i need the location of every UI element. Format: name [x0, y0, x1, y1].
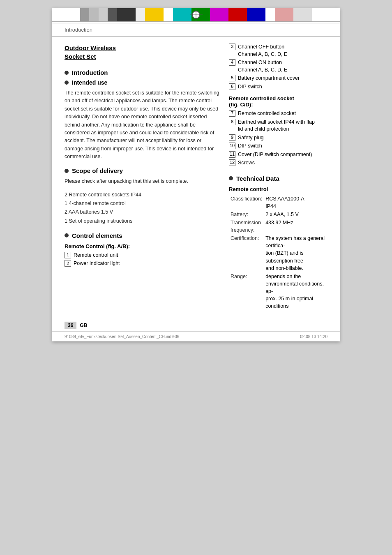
list-item: 1 4-channel remote control: [65, 199, 221, 208]
bullet-icon-5: [229, 176, 233, 180]
right-item-label-3: Channel OFF button: [238, 44, 287, 51]
tech-label-range: Range:: [229, 272, 264, 311]
num-box-9: 9: [229, 134, 235, 141]
right-item-label-11: Cover (DIP switch compartment): [238, 151, 312, 159]
tech-label-certification: Certification:: [229, 234, 264, 272]
num-box-8: 8: [229, 119, 235, 125]
control-item-2: 2 Power indicator light: [65, 260, 221, 267]
scope-body: Please check after unpacking that this s…: [65, 177, 221, 185]
right-item-8: 8 Earthed wall socket IP44 with flap lid…: [229, 119, 327, 133]
main-content: Outdoor WirelessSocket Set Introduction …: [52, 37, 340, 318]
bottom-bar-right: 02.08.13 14:20: [300, 334, 327, 339]
right-item-6: 6 DIP switch: [229, 83, 327, 91]
bullet-icon-4: [65, 233, 69, 237]
right-item-4: 4 Channel ON button Channel A, B, C, D, …: [229, 59, 327, 74]
right-control-items: 3 Channel OFF button Channel A, B, C, D,…: [229, 44, 327, 90]
technical-data-heading-text: Technical Data: [236, 175, 279, 182]
num-box-4: 4: [229, 59, 235, 66]
introduction-heading: Introduction: [65, 69, 221, 76]
control-item-label-1: Remote control unit: [74, 252, 118, 259]
left-column: Outdoor WirelessSocket Set Introduction …: [65, 44, 221, 310]
bottom-bar: 91089_silv_Funksteckdosen-Set_Aussen_Con…: [52, 332, 340, 341]
right-item-label-4: Channel ON button: [238, 59, 287, 67]
bullet-icon-3: [65, 169, 69, 173]
right-item-3: 3 Channel OFF button Channel A, B, C, D,…: [229, 44, 327, 58]
tech-value-classification: RCS AAA1000-AIP44: [264, 195, 327, 210]
right-item-label-8: Earthed wall socket IP44 with flap: [238, 119, 315, 126]
scope-heading-text: Scope of delivery: [72, 167, 123, 174]
tech-label-classification: Classification:: [229, 195, 264, 210]
remote-control-sub-heading: Remote Control (fig. A/B):: [65, 243, 221, 249]
num-box-10: 10: [229, 143, 235, 149]
table-row: Transmissionfrequency: 433.92 MHz: [229, 219, 327, 234]
right-item-label-6: DIP switch: [238, 83, 262, 91]
right-item-7: 7 Remote controlled socket: [229, 110, 327, 117]
introduction-body: The remote controlled socket set is suit…: [65, 89, 221, 161]
right-item-11: 11 Cover (DIP switch compartment): [229, 151, 327, 159]
bottom-bar-left: 91089_silv_Funksteckdosen-Set_Aussen_Con…: [65, 334, 179, 339]
page-language-label: GB: [80, 322, 87, 328]
tech-label-battery: Battery:: [229, 210, 264, 219]
num-box-12: 12: [229, 159, 235, 166]
tech-value-certification: The system has a general certifica-tion …: [264, 234, 327, 272]
document-page: Introduction Outdoor WirelessSocket Set …: [52, 8, 340, 341]
right-item-label-10: DIP switch: [238, 143, 262, 150]
table-row: Classification: RCS AAA1000-AIP44: [229, 195, 327, 210]
control-elements-heading-text: Control elements: [72, 232, 122, 239]
table-row: Range: depends on the environmental cond…: [229, 272, 327, 311]
technical-data-heading: Technical Data: [229, 175, 327, 182]
control-elements-heading: Control elements: [65, 232, 221, 239]
delivery-list: 2 Remote controlled sockets IP44 1 4-cha…: [65, 191, 221, 226]
bullet-icon-2: [65, 81, 69, 85]
tech-value-range: depends on the environmental conditions,…: [264, 272, 327, 311]
intended-use-text: Intended use: [72, 79, 107, 86]
breadcrumb: Introduction: [52, 23, 340, 37]
scope-heading: Scope of delivery: [65, 167, 221, 174]
control-item-label-2: Power indicator light: [74, 260, 120, 267]
product-title: Outdoor WirelessSocket Set: [65, 44, 221, 61]
page-footer: 36 GB: [52, 318, 340, 332]
right-item-12: 12 Screws: [229, 159, 327, 167]
right-item-sub-3: Channel A, B, C, D, E: [238, 51, 287, 58]
num-box-7: 7: [229, 110, 235, 117]
list-item: 1 Set of operating instructions: [65, 217, 221, 226]
num-box-1: 1: [65, 252, 71, 258]
top-bar-wrapper: [52, 8, 340, 21]
num-box-5: 5: [229, 75, 235, 81]
remote-socket-heading: Remote controlled socket(fig. C/D):: [229, 95, 327, 108]
num-box-2: 2: [65, 260, 71, 267]
tech-label-transmission: Transmissionfrequency:: [229, 219, 264, 234]
list-item: 2 Remote controlled sockets IP44: [65, 191, 221, 199]
table-row: Battery: 2 x AAA, 1.5 V: [229, 210, 327, 219]
right-item-label-5: Battery compartment cover: [238, 75, 300, 82]
num-box-6: 6: [229, 83, 235, 90]
num-box-11: 11: [229, 151, 235, 158]
control-item-1: 1 Remote control unit: [65, 252, 221, 259]
right-item-label-7: Remote controlled socket: [238, 110, 296, 117]
num-box-3: 3: [229, 44, 235, 50]
technical-data-table: Classification: RCS AAA1000-AIP44 Batter…: [229, 195, 327, 311]
list-item: 2 AAA batteries 1.5 V: [65, 208, 221, 216]
right-item-9: 9 Safety plug: [229, 134, 327, 142]
introduction-heading-text: Introduction: [72, 69, 108, 76]
intended-use-heading: Intended use: [65, 79, 221, 86]
top-crosshair-icon: [192, 11, 200, 19]
table-row: Certification: The system has a general …: [229, 234, 327, 272]
bullet-icon: [65, 71, 69, 75]
page-number: 36: [65, 322, 76, 329]
remote-control-tech-heading: Remote control: [229, 186, 327, 192]
right-item-sub-4: Channel A, B, C, D, E: [238, 67, 287, 74]
right-item-label-9: Safety plug: [238, 134, 264, 142]
right-item-sub-8: lid and child protection: [238, 126, 315, 133]
right-item-10: 10 DIP switch: [229, 143, 327, 150]
right-item-label-12: Screws: [238, 159, 255, 167]
tech-value-transmission: 433.92 MHz: [264, 219, 327, 234]
right-column: 3 Channel OFF button Channel A, B, C, D,…: [229, 44, 327, 310]
right-item-5: 5 Battery compartment cover: [229, 75, 327, 82]
tech-value-battery: 2 x AAA, 1.5 V: [264, 210, 327, 219]
breadcrumb-text: Introduction: [65, 27, 92, 33]
